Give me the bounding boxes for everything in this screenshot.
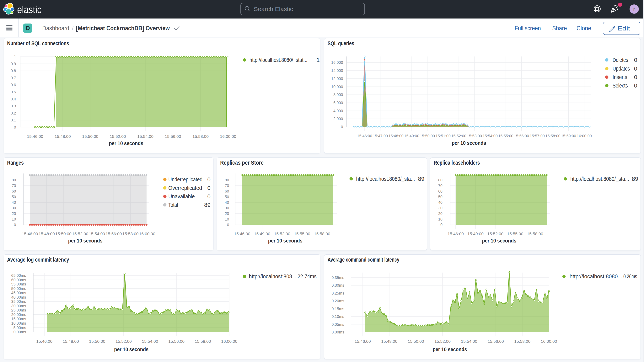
svg-text:0.2: 0.2 [10,111,16,115]
svg-text:16:00:00: 16:00:00 [541,339,557,344]
svg-text:12,000: 12,000 [331,76,343,81]
svg-text:15:54:00: 15:54:00 [89,232,105,236]
svg-text:0: 0 [440,223,442,227]
svg-text:40.00ms: 40.00ms [11,295,26,299]
svg-text:0: 0 [207,176,210,182]
svg-text:0.25ms: 0.25ms [332,291,344,295]
svg-text:15:47:00: 15:47:00 [373,134,388,138]
svg-text:15:56:00: 15:56:00 [514,134,529,138]
svg-text:89: 89 [632,176,638,182]
svg-text:Dashboard: Dashboard [42,25,69,32]
svg-text:per 10 seconds: per 10 seconds [109,140,143,146]
svg-text:0.35ms: 0.35ms [332,276,344,280]
svg-text:15:54:00: 15:54:00 [142,339,158,344]
svg-text:http://localhost:8080...: http://localhost:8080... [570,273,622,280]
svg-text:1: 1 [14,54,16,59]
svg-text:15:54:00: 15:54:00 [461,339,477,344]
svg-text:15:56:00: 15:56:00 [488,339,504,344]
svg-text:0: 0 [634,65,637,72]
svg-text:50: 50 [438,195,442,199]
svg-text:0.4: 0.4 [10,97,16,101]
svg-text:16:00:00: 16:00:00 [220,134,236,138]
svg-text:20: 20 [12,212,16,216]
svg-text:15:58:00: 15:58:00 [527,232,543,236]
svg-text:40: 40 [225,200,229,204]
svg-text:http://localhost:8080/_sta...: http://localhost:8080/_sta... [570,176,629,182]
svg-text:30: 30 [438,206,442,210]
svg-text:0: 0 [207,185,210,191]
svg-text:[Metricbeat CockroachDB] Overv: [Metricbeat CockroachDB] Overview [76,25,170,32]
svg-text:14,000: 14,000 [331,68,343,73]
svg-text:15:48:00: 15:48:00 [63,339,79,344]
svg-text:60: 60 [225,189,229,193]
svg-text:0: 0 [227,223,229,227]
svg-text:per 10 seconds: per 10 seconds [114,346,148,352]
svg-text:per 10 seconds: per 10 seconds [68,238,102,244]
svg-text:15:58:00: 15:58:00 [514,339,530,344]
svg-text:0.7: 0.7 [10,76,16,80]
svg-text:15:46:00: 15:46:00 [22,232,38,236]
svg-text:20.00ms: 20.00ms [11,312,26,317]
svg-text:89: 89 [204,202,210,208]
svg-text:Unavailable: Unavailable [168,193,195,200]
svg-text:15:50:00: 15:50:00 [89,339,105,344]
svg-text:50: 50 [225,195,229,199]
svg-text:30.00ms: 30.00ms [11,304,26,308]
svg-text:16:00:00: 16:00:00 [139,232,155,236]
svg-text:30: 30 [12,206,16,210]
svg-text:15.00ms: 15.00ms [11,317,26,321]
svg-text:25.00ms: 25.00ms [11,308,26,312]
svg-text:/: / [72,25,74,32]
svg-text:80: 80 [12,178,16,182]
svg-text:45.00ms: 45.00ms [11,291,26,295]
svg-text:16:00:00: 16:00:00 [577,134,592,138]
svg-text:Replica leaseholders: Replica leaseholders [434,160,480,166]
svg-text:per 10 seconds: per 10 seconds [482,238,516,244]
svg-text:Full screen: Full screen [514,25,541,32]
svg-text:0: 0 [207,193,210,200]
svg-text:89: 89 [418,176,424,182]
svg-text:15:46:00: 15:46:00 [448,232,464,236]
svg-text:Average log commit latency: Average log commit latency [7,256,69,263]
svg-text:2,000: 2,000 [334,116,343,121]
svg-text:Clone: Clone [576,25,591,32]
svg-text:60: 60 [12,189,16,193]
svg-text:15:46:00: 15:46:00 [234,232,250,236]
svg-text:15:50:00: 15:50:00 [82,134,98,138]
svg-text:15:51:00: 15:51:00 [436,134,450,138]
svg-text:15:56:00: 15:56:00 [168,339,184,344]
svg-text:per 10 seconds: per 10 seconds [268,238,302,244]
svg-text:15:56:00: 15:56:00 [165,134,181,138]
svg-text:15:54:00: 15:54:00 [482,134,498,138]
svg-text:15:52:00: 15:52:00 [110,134,126,138]
svg-text:0: 0 [634,82,637,89]
svg-text:15:56:00: 15:56:00 [106,232,122,236]
svg-text:15:48:00: 15:48:00 [38,232,55,236]
svg-text:0.9: 0.9 [10,62,16,66]
svg-text:0.20ms: 0.20ms [332,299,344,303]
svg-text:15:55:00: 15:55:00 [507,232,523,236]
svg-text:0.3: 0.3 [10,104,16,108]
svg-text:15:52:00: 15:52:00 [451,134,466,138]
svg-text:Total: Total [168,202,178,208]
svg-text:Deletes: Deletes [612,57,628,63]
svg-text:0: 0 [634,74,637,80]
svg-text:0: 0 [14,125,16,129]
svg-text:0.1: 0.1 [10,118,16,122]
svg-text:0.00ms: 0.00ms [13,330,26,334]
svg-text:http://localhost:8080/_sta...: http://localhost:8080/_sta... [356,176,415,182]
svg-text:70: 70 [438,184,442,188]
svg-text:15:49:00: 15:49:00 [404,134,419,138]
svg-text:22.74ms: 22.74ms [298,273,316,280]
svg-text:15:50:00: 15:50:00 [408,339,424,344]
svg-text:Number of SQL connections: Number of SQL connections [7,40,69,46]
svg-text:0.10ms: 0.10ms [332,314,344,319]
svg-text:0.26ms: 0.26ms [623,273,637,280]
svg-text:Overreplicated: Overreplicated [168,185,202,191]
svg-text:20: 20 [225,212,229,216]
svg-text:5.00ms: 5.00ms [13,326,26,330]
svg-text:15:46:00: 15:46:00 [357,134,372,138]
svg-text:15:52:00: 15:52:00 [72,232,88,236]
svg-text:15:59:00: 15:59:00 [561,134,576,138]
svg-text:1: 1 [316,57,320,63]
